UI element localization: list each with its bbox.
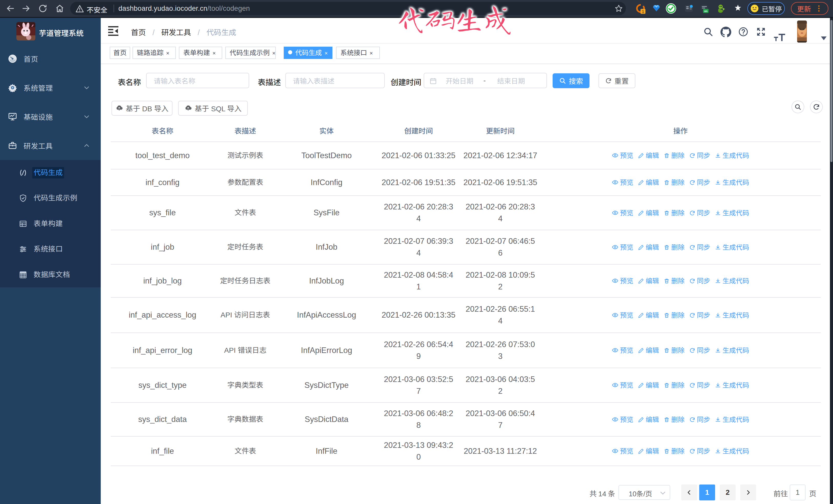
svg-text:on: on <box>704 9 708 13</box>
svg-text:1: 1 <box>642 9 644 14</box>
